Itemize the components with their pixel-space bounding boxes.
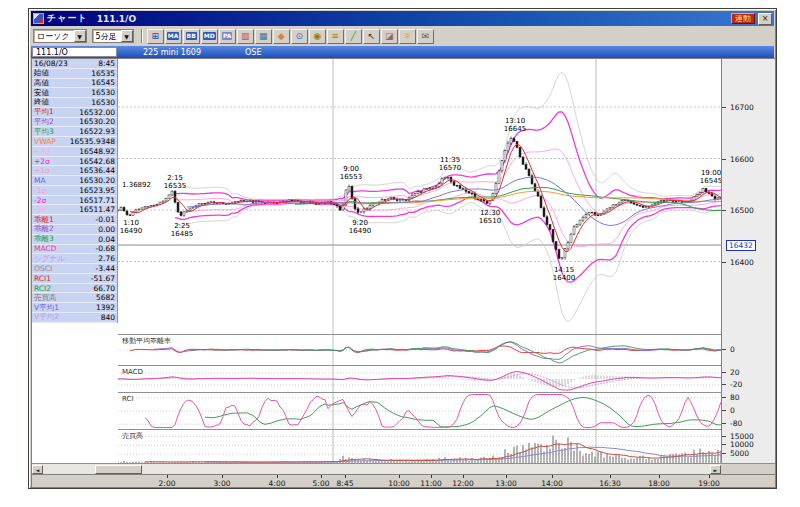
sidebar-row-label: -2σ	[34, 196, 46, 205]
sidebar-row-value: 16532.00	[79, 108, 115, 117]
pa-indicator-icon: PA	[222, 32, 233, 40]
sidebar-row-value: 16542.68	[79, 157, 115, 166]
sidebar-row-label: OSCI	[34, 264, 52, 273]
sidebar-row-label: 安値	[34, 88, 49, 98]
chart-layout-icon[interactable]: ⊞	[147, 29, 164, 44]
zoom-icon[interactable]: ⊙	[291, 29, 308, 44]
sidebar-row-value: 16522.93	[79, 127, 115, 136]
sidebar-row-value: 8:45	[98, 59, 115, 68]
sidebar-row-label: +2σ	[34, 157, 50, 166]
time-tick-mark	[321, 475, 322, 478]
scroll-right-icon[interactable]: ►	[710, 465, 721, 474]
svg-text:16510: 16510	[479, 217, 501, 225]
quote-sidebar: 16/08/238:45始値16535高値16545安値16530終値16530…	[32, 59, 118, 323]
link-button[interactable]: 連動	[731, 13, 755, 24]
chevron-down-icon[interactable]: ▼	[74, 30, 86, 42]
sidebar-row-label: 乖離2	[34, 224, 54, 234]
candle-chart-icon[interactable]: ▥	[237, 29, 254, 44]
trendline-icon[interactable]: ╱	[345, 29, 362, 44]
scroll-left-icon[interactable]: ◄	[32, 465, 43, 474]
interval-combo[interactable]: 5分足 ▼	[92, 29, 134, 43]
sidebar-row-value: 5682	[96, 293, 115, 302]
sidebar-row-value: 16536.44	[79, 166, 115, 175]
mail-icon[interactable]: ✉	[417, 29, 434, 44]
price-axis-label: 16500	[730, 206, 754, 215]
sidebar-row-value: -0.68	[96, 244, 115, 253]
sidebar-row-label: -1σ	[34, 186, 46, 195]
time-axis-label: 13:00	[495, 479, 517, 488]
scrollbar-thumb[interactable]	[95, 465, 142, 474]
axis-tick-mark	[722, 384, 726, 385]
axis-tick-mark	[722, 372, 726, 373]
rci-axis-label: 0	[730, 406, 735, 415]
mail-icon: ✉	[421, 31, 429, 41]
sidebar-row: 平均316522.93	[32, 127, 117, 137]
sidebar-row-label: 平均1	[34, 107, 54, 117]
axis-tick-mark	[722, 159, 726, 160]
candle-chart-icon: ▥	[241, 31, 250, 41]
eraser-icon[interactable]: ◪	[381, 29, 398, 44]
symbol-tab[interactable]: 111.1/O	[32, 47, 117, 57]
bar-chart-icon[interactable]: ▦	[255, 29, 272, 44]
volume-panel[interactable]: 売買高	[118, 429, 721, 463]
time-axis-label: 10:00	[388, 479, 410, 488]
volume-axis-label: 10000	[730, 440, 754, 449]
measure-icon: ≡	[331, 31, 339, 41]
point-figure-icon[interactable]: ◆	[273, 29, 290, 44]
close-icon[interactable]: ×	[758, 13, 772, 25]
time-tick-mark	[552, 475, 553, 478]
svg-text:MACD: MACD	[122, 368, 143, 376]
horizontal-scrollbar[interactable]: ◄ ►	[32, 463, 721, 474]
macd-panel[interactable]: MACD	[118, 365, 721, 392]
sidebar-row: +3σ16548.92	[32, 147, 117, 157]
toolbar-separator	[141, 29, 143, 43]
sidebar-row-label: MACD	[34, 244, 56, 253]
chevron-down-icon[interactable]: ▼	[121, 30, 133, 42]
cursor-icon: ↖	[367, 31, 375, 41]
axis-tick-mark	[722, 410, 726, 411]
time-tick-mark	[222, 475, 223, 478]
time-tick-mark	[659, 475, 660, 478]
sidebar-row: VWAP16535.9348	[32, 137, 117, 147]
deviation-panel[interactable]: 移動平均乖離率	[118, 334, 721, 365]
sidebar-row: V平均2840	[32, 313, 117, 323]
measure-icon[interactable]: ≡	[327, 29, 344, 44]
chart-window: チャート 111.1/O 連動 × ローソク ▼ 5分足 ▼ ⊞MABBMDPA…	[28, 8, 777, 489]
sidebar-row-label: 平均3	[34, 127, 54, 137]
axis-tick-mark	[722, 397, 726, 398]
time-tick-mark	[610, 475, 611, 478]
time-axis-label: 8:45	[337, 479, 354, 488]
main-chart[interactable]: 1:10164902:15165352:25164859:00165539:20…	[118, 59, 721, 334]
ma-indicator-icon[interactable]: MA	[165, 29, 182, 44]
pa-indicator-icon[interactable]: PA	[219, 29, 236, 44]
chart-style-combo[interactable]: ローソク ▼	[33, 29, 87, 43]
axis-tick-mark	[722, 262, 726, 263]
time-axis-label: 12:00	[452, 479, 474, 488]
drawing-tools-icon[interactable]: ◉	[309, 29, 326, 44]
time-tick-mark	[167, 475, 168, 478]
svg-text:9:20: 9:20	[352, 219, 368, 227]
sidebar-row-label: V平均2	[34, 312, 59, 322]
ma-indicator-icon: MA	[167, 32, 180, 40]
svg-text:11:35: 11:35	[440, 156, 460, 164]
key-icon[interactable]: ☼	[399, 29, 416, 44]
macd-indicator-icon[interactable]: MD	[201, 29, 218, 44]
sidebar-row-label: 平均2	[34, 117, 54, 127]
deviation-axis-label: 0	[730, 345, 735, 354]
sidebar-row-value: 2.76	[98, 254, 115, 263]
sidebar-row-label: V平均1	[34, 303, 59, 313]
cursor-icon[interactable]: ↖	[363, 29, 380, 44]
chart-layout-icon: ⊞	[151, 31, 159, 41]
svg-text:2:15: 2:15	[167, 174, 183, 182]
titlebar[interactable]: チャート 111.1/O 連動 ×	[31, 11, 774, 26]
exchange-label: OSE	[245, 48, 261, 57]
sidebar-row: 乖離30.04	[32, 235, 117, 245]
sidebar-row-value: -3.44	[96, 264, 115, 273]
svg-text:14:15: 14:15	[554, 266, 574, 274]
sidebar-row-label: RCI2	[34, 284, 51, 293]
svg-text:1.36892: 1.36892	[122, 181, 151, 189]
rci-panel[interactable]: RCI	[118, 392, 721, 429]
bb-indicator-icon[interactable]: BB	[183, 29, 200, 44]
sidebar-row-label: 終値	[34, 97, 49, 107]
sidebar-row-label: 乖離1	[34, 215, 54, 225]
